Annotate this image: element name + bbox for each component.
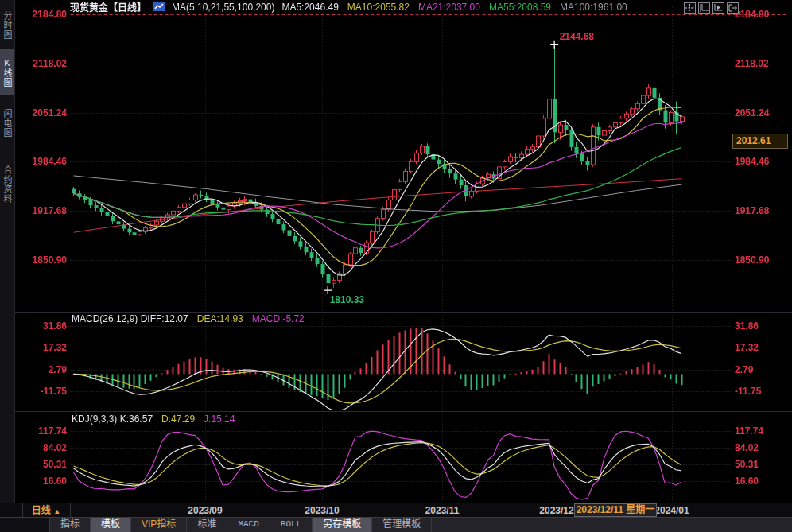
y-axis-tick-label: 1917.68 [735, 205, 790, 216]
low-price-annotation: 1810.33 [330, 294, 364, 305]
ma-value-label: MA5:2046.49 [281, 2, 338, 13]
y-axis-tick-label: 16.60 [16, 476, 67, 487]
indicator-value-label: D:47.29 [161, 414, 195, 425]
plot-right-border [732, 6, 732, 503]
axis-divider [70, 503, 71, 517]
y-axis-tick-label: 1917.68 [16, 205, 67, 216]
sidebar-item[interactable]: 合约资料 [0, 153, 14, 216]
y-axis-tick-label: -11.75 [16, 386, 67, 397]
y-axis-tick-label: 17.32 [735, 342, 790, 353]
y-axis-tick-label: 84.02 [735, 442, 790, 453]
panel-divider[interactable] [14, 411, 792, 412]
y-axis-tick-label: 117.74 [16, 425, 67, 437]
trading-app-window: 分时图K线图闪电图合约资料 现货黄金【日线】 MA(5,10,21,55,100… [0, 0, 792, 532]
crosshair-icon[interactable] [684, 2, 696, 14]
tabbar-filler [432, 518, 792, 532]
bottom-tab[interactable]: MACD [227, 518, 270, 532]
y-axis-tick-label: -11.75 [735, 386, 790, 397]
y-axis-tick-label: 2118.02 [735, 58, 790, 69]
hover-date-readout: 2023/12/11 星期一 [574, 503, 657, 517]
bottom-tab[interactable]: 指标 [50, 518, 91, 532]
y-axis-tick-label: 50.31 [16, 459, 67, 470]
x-axis-date-label: 2023/09 [188, 505, 222, 516]
x-axis-date-label: 2023/12 [539, 505, 573, 516]
x-axis-date-label: 2023/10 [305, 505, 339, 516]
bottom-tab[interactable]: 模板 [91, 518, 131, 532]
ma-values: MA5:2046.49MA10:2055.82MA21:2037.00MA55:… [281, 2, 627, 13]
macd-panel-header: MACD(26,12,9) DIFF:12.07DEA:14.93MACD:-5… [72, 313, 313, 324]
ma-value-label: MA55:2008.59 [489, 2, 551, 13]
period-selector[interactable]: 日线 ▲ [23, 504, 69, 517]
bottom-tab[interactable]: BOLL [270, 518, 313, 532]
chart-toolbar [684, 2, 739, 14]
sidebar-item[interactable]: 分时图 [0, 3, 14, 48]
chart-header: 现货黄金【日线】 MA(5,10,21,55,100,200) MA5:2046… [70, 1, 627, 13]
axis-divider [732, 503, 732, 517]
kdj-panel-header: KDJ(9,3,3) K:36.57D:47.29J:15.14 [72, 414, 243, 425]
y-axis-tick-label: 84.02 [16, 442, 67, 453]
axis-play-icon[interactable] [712, 2, 724, 14]
y-axis-tick-label: 117.74 [735, 425, 790, 437]
export-window-icon[interactable] [727, 2, 739, 14]
mini-chart-icon [153, 2, 165, 11]
period-label: 日线 [32, 505, 51, 516]
y-axis-tick-label: 50.31 [735, 459, 790, 470]
y-axis-tick-label: 1850.90 [735, 254, 790, 266]
y-axis-tick-label: 2118.02 [16, 58, 67, 69]
axis-scale-left-icon[interactable] [698, 2, 710, 14]
bottom-tab[interactable]: 管理模板 [372, 518, 432, 532]
sidebar-item[interactable]: 闪电图 [0, 100, 14, 146]
left-sidebar: 分时图K线图闪电图合约资料 [0, 0, 15, 532]
high-price-annotation: 2144.68 [560, 31, 594, 42]
y-axis-tick-label: 2051.24 [735, 107, 790, 118]
bottom-tab[interactable]: 另存模板 [313, 518, 372, 532]
sidebar-item[interactable]: K线图 [0, 49, 14, 95]
ma-value-label: MA21:2037.00 [418, 2, 480, 13]
bottom-tabbar: 指标模板VIP指标标准MACDBOLL另存模板管理模板 [0, 517, 792, 532]
y-axis-tick-label: 16.60 [735, 476, 790, 487]
y-axis-tick-label: 31.86 [735, 320, 790, 332]
chart-canvas[interactable] [0, 0, 792, 532]
x-axis-date-label: 2023/11 [425, 505, 460, 516]
y-axis-tick-label: 2184.80 [16, 9, 67, 20]
instrument-title: 现货黄金【日线】 [70, 0, 146, 14]
y-axis-tick-label: 31.86 [16, 320, 67, 332]
dropdown-arrow-icon: ▲ [53, 507, 60, 515]
indicator-value-label: KDJ(9,3,3) K:36.57 [72, 414, 153, 425]
y-axis-tick-label: 2184.80 [735, 9, 790, 20]
indicator-value-label: MACD:-5.72 [252, 313, 305, 324]
y-axis-tick-label: 2051.24 [16, 107, 67, 118]
indicator-value-label: DEA:14.93 [197, 313, 243, 324]
y-axis-tick-label: 1984.46 [735, 156, 790, 167]
y-axis-tick-label: 17.32 [16, 342, 67, 353]
indicator-value-label: J:15.14 [204, 414, 235, 425]
bottom-tab[interactable]: 标准 [187, 518, 227, 532]
indicator-value-label: MACD(26,12,9) DIFF:12.07 [72, 313, 188, 324]
y-axis-tick-label: 1984.46 [16, 156, 67, 167]
tabbar-spacer [0, 518, 50, 532]
ma-value-label: MA100:1961.00 [560, 2, 627, 13]
y-axis-tick-label: 1850.90 [16, 254, 67, 266]
panel-divider[interactable] [14, 312, 792, 313]
ma-group-label: MA(5,10,21,55,100,200) [172, 2, 274, 13]
ma-value-label: MA10:2055.82 [347, 2, 410, 13]
y-axis-tick-label: 2.79 [16, 364, 67, 375]
bottom-tab[interactable]: VIP指标 [131, 518, 187, 532]
x-axis-date-label: 2024/01 [654, 505, 689, 516]
y-axis-tick-label: 2.79 [735, 364, 790, 375]
last-price-badge: 2012.61 [732, 134, 788, 149]
x-axis-strip: 日线 ▲ 2023/12/11 星期一 2023/092023/102023/1… [0, 503, 792, 517]
